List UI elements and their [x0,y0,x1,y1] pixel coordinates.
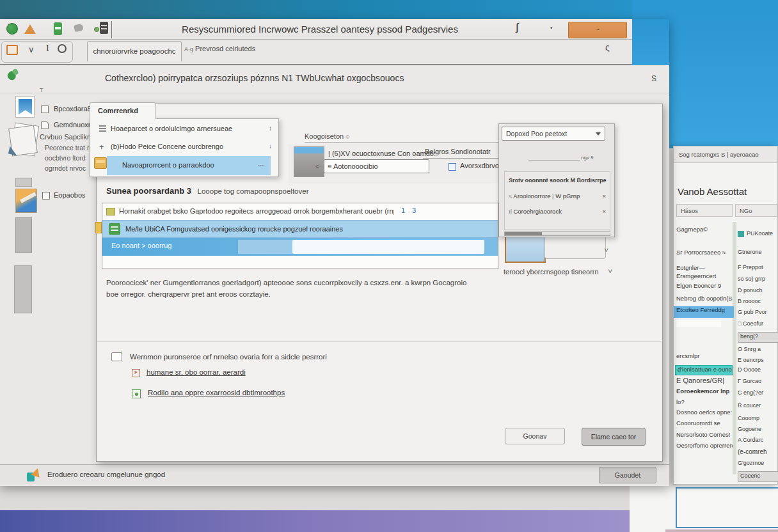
nav-item[interactable]: E Qanores/GR| [676,377,733,387]
list-entry[interactable]: B rooooc [738,298,778,308]
list-entry[interactable]: Cooomp [738,415,778,425]
list-entry[interactable]: A Cordarc [738,437,778,446]
nav-item[interactable]: Ersmgeerncert [676,272,733,283]
sidebar-scroll-block1[interactable] [15,178,32,187]
nav-item[interactable]: Sr Porrocrsaeeo ≈ [676,249,733,259]
composer-input[interactable]: ≡ Aotonooocibio [324,159,429,173]
nav-item[interactable]: Eoroeokemcor lnp [676,387,733,398]
nav-item-selected[interactable]: Etcofteo Ferreddg [674,306,734,318]
green-dot-icon[interactable] [94,27,99,32]
menu-item-2[interactable]: + (b)Hodo Peice Concene ourcbrengo ↓ [90,138,278,156]
combo-hscroll-thumb[interactable] [505,232,542,235]
link-more-options[interactable]: Rodilo ana oppre oxarroosid dbtimroothps [148,389,340,396]
envelope-icon[interactable] [10,121,40,160]
dialog-heading: Sunea poorsardanb 3 Looope tog comapoopn… [106,186,308,196]
nav-item[interactable]: Gagrnepa© [676,226,733,236]
list-entry[interactable]: Γ Gorcao [738,378,778,387]
checkbox-3[interactable] [42,192,50,199]
column-header-1[interactable]: Hásos [676,204,733,217]
preview-outline-box[interactable] [544,235,606,259]
menu-item-3-selected[interactable]: Navoaprorrcent o parraokdoo ⋯ [107,156,271,175]
titlebar-orange-button[interactable]: ~ [568,22,627,38]
title-bar: Resyscummiored Incrwowc Prasszel oantesy… [0,19,632,40]
bolt-icon: ≈ [509,192,512,199]
flag-icon[interactable] [15,96,35,118]
toolbar-right-chevron-icon[interactable]: ς [605,42,610,52]
group-label: Crvbuo Sapclikmo [40,133,97,141]
composer-right-field-icon[interactable] [449,163,456,171]
checkbox-1[interactable] [41,106,49,113]
cancel-button[interactable]: Goonav [505,428,565,444]
dialog-heading-strong: Sunea poorsardanb 3 [106,186,191,196]
combo-chip-row-2[interactable]: ıl Coroehrgiaoorock × [509,208,607,215]
nav-item-highlight-teal[interactable]: d'lonlsattuan e ounor' [675,365,733,375]
list-entry[interactable]: Gogoene [738,426,778,435]
cursor-i-icon[interactable]: I [46,43,49,54]
list-item[interactable]: Hornakit orabget bsko Gaprtodoo regoitec… [102,203,498,220]
list-entry[interactable]: G pub Pvor [738,309,778,318]
column-header-2[interactable]: NGo [735,204,777,217]
integral-icon[interactable]: ∫ [516,21,519,34]
list-item-icon [106,208,115,215]
combo-arrow-icon[interactable] [596,132,601,136]
screen: Resyscummiored Incrwowc Prasszel oantesy… [0,0,778,532]
composer-thumbnail[interactable] [294,146,324,177]
list-entry[interactable]: O Snrg a [738,346,778,356]
status-button[interactable]: Gaoudet [599,467,656,483]
plus-icon: + [99,142,104,152]
list-entry[interactable]: R coucer [738,402,778,412]
nav-item[interactable]: Nersorlsoto Cornes! [676,431,733,441]
link-open-document[interactable]: humane sr. obo oorrar, aerardi [147,368,300,376]
nav-item[interactable]: lo? [676,398,733,409]
nav-item[interactable]: Oesrorfomo oprerrere [676,442,733,452]
sidebar-scroll-block2[interactable] [15,217,32,253]
context-menu-tab[interactable]: Comrrenrkd [90,102,156,119]
combo-chip-row-1[interactable]: ≈ Aroolonorrore | W pGrnp × [509,192,607,199]
lock-slot [55,27,61,29]
tab-secondary[interactable]: A·g Prevrosd ceiriuteds [184,45,267,61]
combo-box[interactable]: Dopoxd Poo peetoxt [502,127,605,141]
image-icon[interactable] [15,189,37,213]
chevron-caption-icon[interactable]: > [607,269,614,273]
list-entry[interactable]: PUKooate [747,230,778,240]
nav-item[interactable]: ercsmlpr [676,352,733,363]
list-entry[interactable]: D Ooooe [738,366,778,376]
list-entry[interactable]: Gtnerone [738,249,778,258]
chip-close-icon-2[interactable]: × [602,208,606,215]
option-label: Wernmon puronseroe orf nrnelso ovaria fo… [130,353,399,361]
list-entry[interactable]: so so) grrp [738,276,778,285]
list-group-header[interactable]: Eo noant > ooorrug [102,238,498,256]
sidebar-scroll-block3[interactable] [14,265,32,313]
nav-item[interactable]: Elgon Eooncer 9 [676,282,733,292]
chevron-down-icon[interactable]: ∨ [28,45,35,54]
nav-item[interactable]: Coooruorordt se [676,419,733,430]
dialog-listbox: Hornakit orabget bsko Gaprtodoo regoitec… [102,203,498,269]
combo-note-line [528,160,580,160]
warning-triangle-icon[interactable] [24,24,36,34]
right-toolbar[interactable]: Sog rcatomgxs S | ayeroacao [674,146,777,163]
orange-square-icon[interactable] [6,45,18,55]
list-entry[interactable]: G'gozrnoe [738,460,778,469]
pin-icon[interactable]: T [40,87,44,93]
list-entry[interactable]: F Preppot [738,264,778,274]
chevron-expand-icon[interactable]: > [603,248,610,252]
list-button[interactable]: beng(? [738,332,778,343]
circle-icon[interactable] [58,44,67,53]
list-entry[interactable]: E oencrps [738,357,778,366]
app-green-circle-icon[interactable] [6,23,18,35]
chip-close-icon[interactable]: × [602,192,606,199]
gray-blob-icon[interactable] [74,24,84,33]
tab-active[interactable]: chnoruiorvrke poagoochc [87,41,182,61]
nav-item[interactable]: Nebrog db oopotln(S [676,295,733,305]
nav-item[interactable]: Dosnoo oerlcs opne: [676,409,733,419]
list-entry[interactable]: (e-comreh [738,448,778,458]
list-entry[interactable]: D ponuch [738,287,778,297]
list-entry[interactable]: C eng(?er [738,389,778,399]
list-bottom-button[interactable]: Coeenc [738,471,778,482]
combo-hscrollbar[interactable] [504,231,610,236]
list-item-selected[interactable]: Me/le UbiCA Fomguvatsed oonigessickog ro… [102,220,498,238]
checkbox-2[interactable] [41,121,49,129]
confirm-button[interactable]: Elame caeo tor [582,428,646,446]
menu-item-1[interactable]: Hoaeparcet o ordolulclmgo arnersueae ↕ [90,120,278,138]
list-entry[interactable]: □ Coeofur [738,320,778,330]
